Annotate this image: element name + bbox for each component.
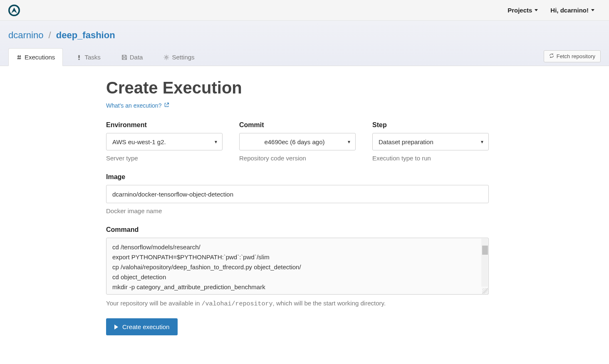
- step-label: Step: [372, 121, 489, 129]
- image-label: Image: [106, 173, 489, 181]
- command-label: Command: [106, 226, 489, 234]
- gear-icon: [163, 54, 169, 60]
- step-field: Step Dataset preparation ▼ Execution typ…: [372, 121, 489, 162]
- command-textarea-wrap: [106, 238, 489, 295]
- tab-settings[interactable]: Settings: [156, 49, 202, 66]
- step-select[interactable]: Dataset preparation ▼: [372, 133, 489, 150]
- projects-menu[interactable]: Projects: [501, 2, 544, 18]
- command-note-code: /valohai/repository: [202, 300, 273, 307]
- breadcrumb: dcarnino / deep_fashion: [0, 21, 609, 48]
- external-link-icon: [164, 102, 169, 109]
- help-link[interactable]: What's an execution?: [106, 102, 169, 109]
- resize-handle[interactable]: [482, 288, 488, 294]
- help-link-text: What's an execution?: [106, 102, 161, 109]
- chevron-down-icon: ▼: [480, 140, 484, 144]
- create-execution-button[interactable]: Create execution: [106, 318, 178, 335]
- commit-helper: Repository code version: [239, 155, 356, 162]
- breadcrumb-separator: /: [49, 30, 51, 40]
- chevron-down-icon: ▼: [214, 140, 218, 144]
- image-input[interactable]: [106, 185, 489, 203]
- tab-settings-label: Settings: [172, 54, 194, 61]
- tab-executions-label: Executions: [25, 54, 55, 61]
- command-note-post: , which will be the start working direct…: [273, 300, 386, 307]
- projects-menu-label: Projects: [508, 7, 532, 14]
- main-content: Create Execution What's an execution? En…: [106, 66, 489, 352]
- command-note: Your repository will be available in /va…: [106, 300, 489, 307]
- config-row: Environment AWS eu-west-1 g2. ▼ Server t…: [106, 121, 489, 162]
- scrollbar-thumb[interactable]: [482, 246, 488, 255]
- user-menu-label: Hi, dcarnino!: [550, 7, 589, 14]
- tab-row: Executions Tasks Data Settings Fetch rep…: [0, 48, 609, 66]
- commit-value: e4690ec (6 days ago): [264, 138, 324, 145]
- step-value: Dataset preparation: [379, 138, 433, 145]
- command-field: Command Your repository will be availabl…: [106, 226, 489, 307]
- image-field: Image Docker image name: [106, 173, 489, 214]
- environment-helper: Server type: [106, 155, 223, 162]
- save-icon: [121, 54, 127, 60]
- svg-rect-1: [79, 55, 80, 58]
- fetch-repository-button[interactable]: Fetch repository: [544, 50, 601, 62]
- create-execution-label: Create execution: [122, 323, 169, 330]
- svg-point-3: [166, 56, 167, 58]
- fetch-repository-label: Fetch repository: [557, 53, 595, 59]
- tab-executions[interactable]: Executions: [8, 48, 63, 66]
- environment-label: Environment: [106, 121, 223, 129]
- chevron-down-icon: ▼: [347, 140, 351, 144]
- environment-value: AWS eu-west-1 g2.: [112, 138, 166, 145]
- page-title: Create Execution: [106, 79, 489, 97]
- caret-down-icon: [535, 9, 538, 11]
- play-icon: [114, 325, 118, 330]
- commit-select[interactable]: e4690ec (6 days ago) ▼: [239, 133, 356, 150]
- topbar: Projects Hi, dcarnino!: [0, 0, 609, 21]
- svg-rect-2: [79, 59, 80, 60]
- user-menu[interactable]: Hi, dcarnino!: [544, 2, 601, 18]
- commit-field: Commit e4690ec (6 days ago) ▼ Repository…: [239, 121, 356, 162]
- tab-data[interactable]: Data: [114, 49, 151, 66]
- environment-field: Environment AWS eu-west-1 g2. ▼ Server t…: [106, 121, 223, 162]
- breadcrumb-project[interactable]: deep_fashion: [56, 30, 115, 40]
- commit-label: Commit: [239, 121, 356, 129]
- tab-data-label: Data: [130, 54, 143, 61]
- image-helper: Docker image name: [106, 207, 489, 214]
- caret-down-icon: [591, 9, 594, 11]
- refresh-icon: [549, 53, 554, 59]
- exclamation-icon: [76, 54, 82, 60]
- app-logo: [8, 5, 20, 16]
- command-note-pre: Your repository will be available in: [106, 300, 202, 307]
- command-textarea[interactable]: [106, 238, 488, 293]
- tab-tasks-label: Tasks: [84, 54, 100, 61]
- step-helper: Execution type to run: [372, 155, 489, 162]
- subheader: dcarnino / deep_fashion Executions Tasks…: [0, 21, 609, 66]
- hash-icon: [16, 54, 22, 60]
- environment-select[interactable]: AWS eu-west-1 g2. ▼: [106, 133, 223, 150]
- tab-tasks[interactable]: Tasks: [69, 49, 108, 66]
- breadcrumb-owner[interactable]: dcarnino: [8, 30, 43, 40]
